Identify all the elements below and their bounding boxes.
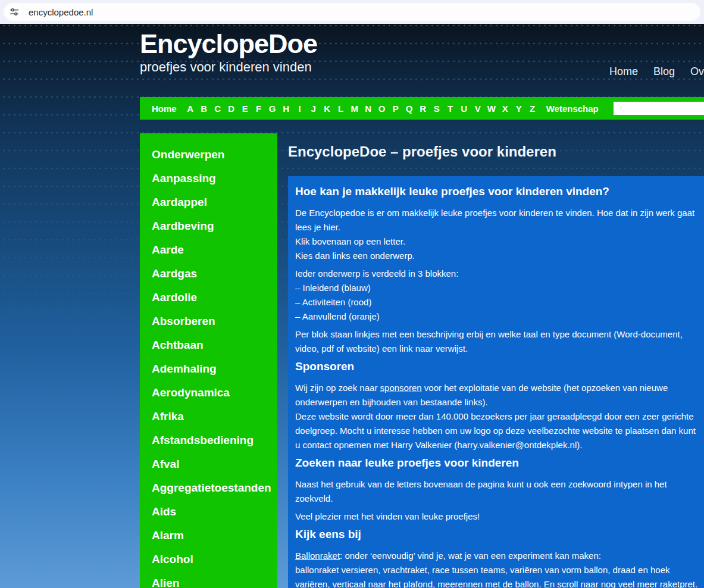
letter-link-o[interactable]: O bbox=[378, 104, 386, 114]
paragraph: Wij zijn op zoek naar sponsoren voor het… bbox=[295, 381, 699, 452]
sidebar-item-alien[interactable]: Alien bbox=[152, 577, 179, 588]
letter-link-h[interactable]: H bbox=[282, 104, 290, 114]
sidebar-item-aardappel[interactable]: Aardappel bbox=[152, 196, 207, 208]
sidebar-item-alarm[interactable]: Alarm bbox=[152, 529, 184, 542]
paragraph: Veel plezier met het vinden van leuke pr… bbox=[295, 509, 699, 524]
ballonraket-link[interactable]: Ballonraket bbox=[295, 551, 340, 561]
letter-link-r[interactable]: R bbox=[419, 104, 427, 114]
header-nav: HomeBlogOver bbox=[609, 65, 704, 78]
sidebar-item-aardgas[interactable]: Aardgas bbox=[152, 267, 197, 280]
site-settings-button[interactable] bbox=[6, 4, 23, 20]
content-box: Hoe kan je makkelijk leuke proefjes voor… bbox=[288, 176, 704, 588]
letter-link-g[interactable]: G bbox=[268, 104, 277, 114]
letterbar-home-link[interactable]: Home bbox=[152, 104, 177, 114]
url-text[interactable]: encyclopedoe.nl bbox=[29, 7, 93, 17]
sidebar-item-aardbeving[interactable]: Aardbeving bbox=[152, 220, 214, 232]
letter-link-e[interactable]: E bbox=[241, 104, 249, 114]
sidebar-item-aardolie[interactable]: Aardolie bbox=[152, 291, 197, 304]
tune-icon bbox=[9, 7, 20, 17]
main-content: EncyclopeDoe – proefjes voor kinderen Ho… bbox=[288, 143, 704, 588]
sidebar-row: Alarm bbox=[152, 524, 277, 548]
letter-link-u[interactable]: U bbox=[460, 104, 468, 114]
letter-link-n[interactable]: N bbox=[364, 104, 373, 114]
sidebar-row: Aardgas bbox=[152, 262, 277, 286]
sidebar-row: Afval bbox=[152, 452, 277, 476]
paragraph: Ieder onderwerp is verdeeld in 3 blokken… bbox=[295, 267, 699, 324]
letter-link-p[interactable]: P bbox=[392, 104, 400, 114]
section-heading: Zoeken naar leuke proefjes voor kinderen bbox=[295, 456, 699, 470]
sidebar-item-afval[interactable]: Afval bbox=[152, 458, 179, 470]
sidebar-row: Aids bbox=[152, 500, 277, 524]
sidebar-row: Aanpassing bbox=[152, 167, 277, 190]
paragraph: De Encyclopedoe is er om makkelijk leuke… bbox=[295, 206, 699, 263]
letter-navbar: Home ABCDEFGHIJKLMNOPQRSTUVWXYZ Wetensch… bbox=[140, 97, 704, 120]
sidebar-topics: Onderwerpen AanpassingAardappelAardbevin… bbox=[140, 133, 277, 588]
letter-link-j[interactable]: J bbox=[309, 104, 318, 114]
header-nav-over[interactable]: Over bbox=[690, 65, 704, 78]
sidebar-row: Aerodynamica bbox=[152, 381, 277, 405]
letter-link-z[interactable]: Z bbox=[528, 104, 537, 114]
sidebar-item-aarde[interactable]: Aarde bbox=[152, 243, 184, 256]
sidebar-item-aanpassing[interactable]: Aanpassing bbox=[152, 172, 216, 184]
letter-link-m[interactable]: M bbox=[351, 104, 359, 114]
sidebar-item-aids[interactable]: Aids bbox=[152, 505, 176, 518]
sidebar-item-achtbaan[interactable]: Achtbaan bbox=[152, 339, 204, 351]
sidebar-row: Alien bbox=[152, 571, 277, 588]
letter-link-f[interactable]: F bbox=[255, 104, 263, 114]
sidebar-row: Aardappel bbox=[152, 190, 277, 214]
letter-link-l[interactable]: L bbox=[337, 104, 345, 114]
letter-link-s[interactable]: S bbox=[433, 104, 441, 114]
address-bar[interactable]: encyclopedoe.nl bbox=[4, 3, 700, 21]
site-title: EncyclopeDoe bbox=[140, 30, 317, 58]
letter-link-k[interactable]: K bbox=[323, 104, 331, 114]
letterbar-wetenschap-link[interactable]: Wetenschap bbox=[546, 104, 599, 114]
sidebar-item-ademhaling[interactable]: Ademhaling bbox=[152, 362, 217, 375]
sidebar-row: Alcohol bbox=[152, 548, 277, 571]
sidebar-row: Aardolie bbox=[152, 286, 277, 309]
page-background: EncyclopeDoe proefjes voor kinderen vind… bbox=[0, 24, 704, 588]
sidebar-list: AanpassingAardappelAardbevingAardeAardga… bbox=[152, 167, 277, 588]
letter-link-v[interactable]: V bbox=[474, 104, 482, 114]
sidebar-row: Afstandsbediening bbox=[152, 429, 277, 452]
letter-links: ABCDEFGHIJKLMNOPQRSTUVWXYZ bbox=[186, 104, 537, 114]
section-heading: Kijk eens bij bbox=[295, 527, 699, 542]
sidebar-row: Afrika bbox=[152, 405, 277, 429]
search-input[interactable] bbox=[613, 101, 704, 115]
page-title: EncyclopeDoe – proefjes voor kinderen bbox=[288, 143, 704, 161]
paragraph: Per blok staan linkjes met een beschrijv… bbox=[295, 327, 699, 356]
sidebar-row: Aarde bbox=[152, 238, 277, 262]
letter-link-i[interactable]: I bbox=[296, 104, 304, 114]
sidebar-title: Onderwerpen bbox=[152, 143, 277, 167]
section-heading: Sponsoren bbox=[295, 359, 699, 374]
letter-link-t[interactable]: T bbox=[446, 104, 455, 114]
site-subtitle: proefjes voor kinderen vinden bbox=[140, 60, 317, 75]
letter-link-c[interactable]: C bbox=[214, 104, 222, 114]
letter-link-q[interactable]: Q bbox=[405, 104, 414, 114]
sidebar-item-aerodynamica[interactable]: Aerodynamica bbox=[152, 386, 230, 399]
sidebar-item-alcohol[interactable]: Alcohol bbox=[152, 553, 193, 565]
letter-link-y[interactable]: Y bbox=[515, 104, 523, 114]
header-nav-blog[interactable]: Blog bbox=[653, 65, 675, 78]
section-heading: Hoe kan je makkelijk leuke proefjes voor… bbox=[295, 184, 699, 199]
letter-link-a[interactable]: A bbox=[186, 104, 195, 114]
sidebar-item-absorberen[interactable]: Absorberen bbox=[152, 315, 215, 327]
sidebar-row: Achtbaan bbox=[152, 333, 277, 357]
sidebar-item-aggregatietoestanden[interactable]: Aggregatietoestanden bbox=[152, 481, 271, 494]
site-logo[interactable]: EncyclopeDoe proefjes voor kinderen vind… bbox=[140, 30, 317, 75]
letter-link-x[interactable]: X bbox=[501, 104, 509, 114]
letter-link-w[interactable]: W bbox=[487, 104, 496, 114]
paragraph: Naast het gebruik van de letters bovenaa… bbox=[295, 477, 699, 506]
letter-link-d[interactable]: D bbox=[227, 104, 236, 114]
letter-link-b[interactable]: B bbox=[200, 104, 208, 114]
browser-toolbar: encyclopedoe.nl bbox=[0, 0, 704, 24]
sidebar-row: Ademhaling bbox=[152, 357, 277, 381]
sponsoren-link[interactable]: sponsoren bbox=[380, 383, 422, 393]
sidebar-row: Absorberen bbox=[152, 309, 277, 333]
sidebar-row: Aardbeving bbox=[152, 214, 277, 238]
paragraph: Ballonraket: onder ‘eenvoudig’ vind je, … bbox=[295, 549, 699, 588]
sidebar-row: Aggregatietoestanden bbox=[152, 476, 277, 500]
header-nav-home[interactable]: Home bbox=[609, 65, 638, 78]
sidebar-item-afrika[interactable]: Afrika bbox=[152, 410, 184, 423]
sidebar-item-afstandsbediening[interactable]: Afstandsbediening bbox=[152, 434, 254, 446]
